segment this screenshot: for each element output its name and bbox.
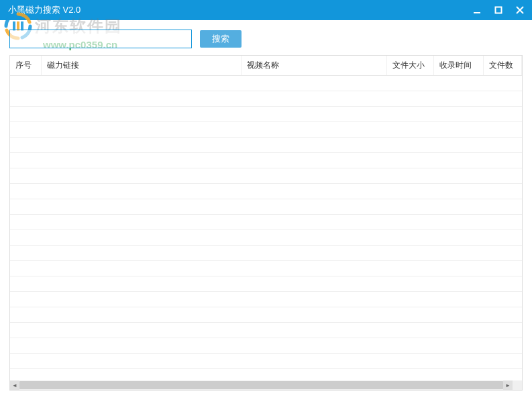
- minimize-button[interactable]: [470, 3, 484, 17]
- col-header-time[interactable]: 收录时间: [434, 56, 484, 76]
- table-row[interactable]: [10, 246, 522, 261]
- col-header-name[interactable]: 视频名称: [241, 56, 387, 76]
- search-button[interactable]: 搜索: [200, 30, 242, 48]
- table-row[interactable]: [10, 76, 522, 91]
- table-row[interactable]: [10, 261, 522, 276]
- table-row[interactable]: [10, 230, 522, 246]
- table-row[interactable]: [10, 122, 522, 138]
- scrollbar-corner: [513, 380, 522, 390]
- table-row[interactable]: [10, 168, 522, 184]
- table-row[interactable]: [10, 323, 522, 338]
- search-input[interactable]: [9, 30, 192, 48]
- table-row[interactable]: [10, 153, 522, 168]
- window-controls: [470, 3, 527, 17]
- table-row[interactable]: [10, 292, 522, 307]
- svg-rect-1: [496, 7, 502, 13]
- col-header-seq[interactable]: 序号: [10, 56, 41, 76]
- table-row[interactable]: [10, 307, 522, 323]
- scroll-left-arrow-icon[interactable]: ◄: [10, 380, 19, 390]
- table-row[interactable]: [10, 354, 522, 369]
- titlebar: 小黑磁力搜索 V2.0: [0, 0, 532, 20]
- table-row[interactable]: [10, 276, 522, 292]
- table-row[interactable]: [10, 338, 522, 354]
- col-header-size[interactable]: 文件大小: [387, 56, 434, 76]
- results-table: 序号 磁力链接 视频名称 文件大小 收录时间 文件数: [10, 56, 522, 382]
- scroll-thumb[interactable]: [19, 381, 503, 389]
- results-table-container: 序号 磁力链接 视频名称 文件大小 收录时间 文件数 ◄ ►: [9, 55, 523, 391]
- table-scroll-area[interactable]: 序号 磁力链接 视频名称 文件大小 收录时间 文件数: [10, 56, 522, 382]
- table-header-row: 序号 磁力链接 视频名称 文件大小 收录时间 文件数: [10, 56, 522, 76]
- table-row[interactable]: [10, 107, 522, 122]
- scroll-right-arrow-icon[interactable]: ►: [503, 380, 513, 390]
- maximize-button[interactable]: [492, 3, 505, 17]
- table-row[interactable]: [10, 91, 522, 107]
- horizontal-scrollbar[interactable]: ◄ ►: [10, 380, 513, 390]
- table-row[interactable]: [10, 199, 522, 215]
- table-row[interactable]: [10, 215, 522, 230]
- scroll-track[interactable]: [19, 380, 503, 390]
- toolbar: 搜索: [0, 20, 532, 55]
- col-header-count[interactable]: 文件数: [483, 56, 521, 76]
- col-header-link[interactable]: 磁力链接: [41, 56, 241, 76]
- table-row[interactable]: [10, 138, 522, 153]
- table-row[interactable]: [10, 184, 522, 199]
- window-title: 小黑磁力搜索 V2.0: [5, 4, 81, 16]
- close-button[interactable]: [513, 3, 527, 17]
